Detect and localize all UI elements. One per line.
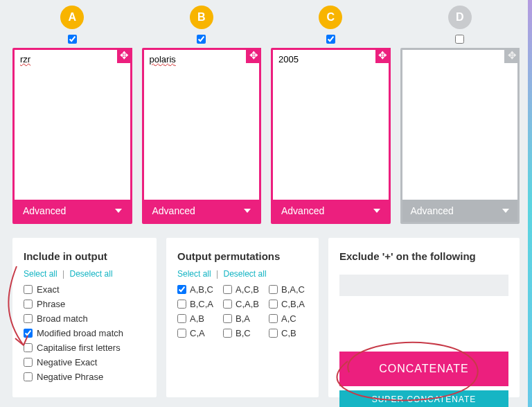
include-deselect-all[interactable]: Deselect all xyxy=(70,269,113,279)
permutation-option-label: B,C,A xyxy=(190,299,213,309)
column-d-advanced-toggle[interactable]: Advanced xyxy=(402,200,518,222)
exclude-input[interactable] xyxy=(339,275,508,296)
permutation-option-checkbox[interactable] xyxy=(177,285,186,294)
advanced-label: Advanced xyxy=(281,205,324,216)
permutation-option-checkbox[interactable] xyxy=(269,300,278,309)
include-option-label: Modified broad match xyxy=(37,328,123,338)
permutations-deselect-all[interactable]: Deselect all xyxy=(224,269,267,279)
permutation-option[interactable]: B,C,A xyxy=(177,299,216,309)
permutation-option-label: A,B,C xyxy=(190,284,213,295)
permutation-option-checkbox[interactable] xyxy=(223,329,232,338)
permutation-option-label: A,C xyxy=(281,313,296,324)
column-b-box: ✥ Advanced xyxy=(142,48,262,224)
permutation-option[interactable]: C,B,A xyxy=(269,299,308,309)
include-option-label: Capitalise first letters xyxy=(37,343,121,353)
column-d-box: ✥ Advanced xyxy=(400,48,520,224)
column-d: D ✥ Advanced xyxy=(400,6,520,224)
column-b-advanced-toggle[interactable]: Advanced xyxy=(144,200,260,222)
include-option-checkbox[interactable] xyxy=(24,372,33,381)
move-icon[interactable]: ✥ xyxy=(246,48,261,63)
permutation-option-label: A,C,B xyxy=(236,284,259,295)
permutation-options: A,B,CA,C,BB,A,CB,C,AC,A,BC,B,AA,BB,AA,CC… xyxy=(177,284,308,338)
column-badge-a: A xyxy=(60,6,84,29)
include-option-checkbox[interactable] xyxy=(24,358,33,367)
permutation-option[interactable]: A,B xyxy=(177,313,216,324)
column-badge-b: B xyxy=(190,6,213,29)
concatenate-button[interactable]: CONCATENATE xyxy=(339,352,508,386)
permutation-option-label: A,B xyxy=(190,313,204,324)
permutation-option-checkbox[interactable] xyxy=(177,300,186,309)
include-option[interactable]: Capitalise first letters xyxy=(24,343,145,353)
include-option[interactable]: Broad match xyxy=(24,313,145,324)
column-c-enable-checkbox[interactable] xyxy=(326,35,335,44)
column-a: A ✥ Advanced xyxy=(12,6,132,224)
chevron-down-icon xyxy=(502,209,509,213)
include-heading: Include in output xyxy=(24,250,145,262)
include-option[interactable]: Modified broad match xyxy=(24,328,145,338)
permutation-option-checkbox[interactable] xyxy=(177,314,186,323)
column-a-textarea[interactable] xyxy=(15,50,130,200)
column-d-enable-checkbox[interactable] xyxy=(455,35,464,44)
permutation-option-checkbox[interactable] xyxy=(269,329,278,338)
permutation-option[interactable]: A,B,C xyxy=(177,284,216,295)
column-c-advanced-toggle[interactable]: Advanced xyxy=(273,200,389,222)
include-option[interactable]: Negative Phrase xyxy=(24,372,145,382)
permutation-option-label: C,A xyxy=(190,328,205,338)
permutation-option[interactable]: C,A xyxy=(177,328,216,338)
permutation-option-checkbox[interactable] xyxy=(223,314,232,323)
permutation-option-label: B,C xyxy=(236,328,251,338)
include-options: ExactPhraseBroad matchModified broad mat… xyxy=(24,284,145,382)
permutation-option-checkbox[interactable] xyxy=(269,314,278,323)
column-b: B ✥ Advanced xyxy=(142,6,262,224)
permutation-option-checkbox[interactable] xyxy=(269,285,278,294)
permutation-option[interactable]: C,B xyxy=(269,328,308,338)
permutation-option-label: C,B,A xyxy=(281,299,305,309)
column-a-enable-checkbox[interactable] xyxy=(68,35,77,44)
include-option[interactable]: Exact xyxy=(24,284,145,295)
include-option-checkbox[interactable] xyxy=(24,343,33,352)
permutation-option-label: C,B xyxy=(281,328,296,338)
exclude-heading: Exclude '+' on the following xyxy=(339,250,508,262)
permutation-option[interactable]: B,A,C xyxy=(269,284,308,295)
permutation-option-label: B,A xyxy=(236,313,250,324)
include-option-label: Broad match xyxy=(37,313,88,324)
include-option-label: Negative Phrase xyxy=(37,372,103,382)
move-icon[interactable]: ✥ xyxy=(504,48,520,63)
permutation-option-checkbox[interactable] xyxy=(223,300,232,309)
include-option-checkbox[interactable] xyxy=(24,329,33,338)
super-concatenate-button[interactable]: SUPER CONCATENATE xyxy=(339,390,508,407)
column-b-enable-checkbox[interactable] xyxy=(197,35,206,44)
permutation-option[interactable]: A,C,B xyxy=(223,284,262,295)
chevron-down-icon xyxy=(115,209,122,213)
right-edge-decoration xyxy=(528,0,532,407)
move-icon[interactable]: ✥ xyxy=(117,48,132,63)
column-c-textarea[interactable] xyxy=(273,50,389,200)
include-option-checkbox[interactable] xyxy=(24,314,33,323)
include-option-label: Negative Exact xyxy=(37,357,97,367)
column-badge-c: C xyxy=(319,6,342,29)
permutation-option[interactable]: C,A,B xyxy=(223,299,262,309)
column-c: C ✥ Advanced xyxy=(271,6,391,224)
permutation-option[interactable]: A,C xyxy=(269,313,308,324)
include-option[interactable]: Phrase xyxy=(24,299,145,309)
permutation-option[interactable]: B,C xyxy=(223,328,262,338)
permutation-option-checkbox[interactable] xyxy=(223,285,232,294)
permutation-option[interactable]: B,A xyxy=(223,313,262,324)
permutation-option-checkbox[interactable] xyxy=(177,329,186,338)
include-option-checkbox[interactable] xyxy=(24,300,33,309)
include-links: Select all | Deselect all xyxy=(24,269,145,279)
chevron-down-icon xyxy=(373,209,380,213)
advanced-label: Advanced xyxy=(411,205,454,216)
permutations-panel: Output permutations Select all | Deselec… xyxy=(166,238,319,397)
move-icon[interactable]: ✥ xyxy=(375,48,391,63)
include-option[interactable]: Negative Exact xyxy=(24,357,145,367)
column-b-textarea[interactable] xyxy=(144,50,260,200)
column-d-textarea[interactable] xyxy=(402,50,518,200)
column-a-advanced-toggle[interactable]: Advanced xyxy=(15,200,130,222)
include-select-all[interactable]: Select all xyxy=(24,269,57,279)
advanced-label: Advanced xyxy=(23,205,66,216)
permutations-select-all[interactable]: Select all xyxy=(177,269,211,279)
include-option-checkbox[interactable] xyxy=(24,285,33,294)
include-option-label: Exact xyxy=(37,284,60,295)
advanced-label: Advanced xyxy=(152,205,195,216)
